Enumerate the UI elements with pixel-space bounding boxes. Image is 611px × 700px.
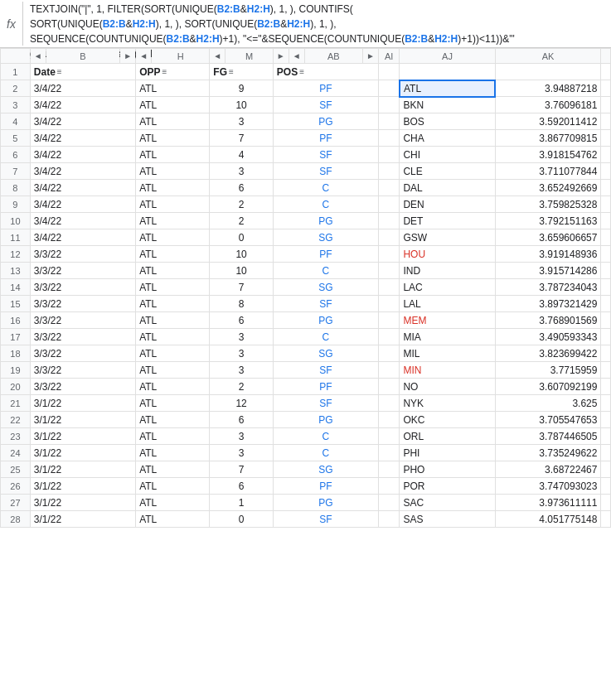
date-cell-14: 3/3/22 — [30, 279, 135, 296]
opp-cell-18: ATL — [136, 345, 210, 362]
table-row: 53/4/22ATL7PFCHA3.867709815 — [1, 130, 611, 147]
ai-cell-24 — [378, 445, 400, 461]
row-num-2: 2 — [1, 80, 31, 97]
opp-filter-icon[interactable]: ≡ — [162, 67, 167, 76]
aj-cell-11[interactable]: GSW — [400, 229, 495, 246]
aj-cell-3[interactable]: BKN — [400, 97, 495, 113]
extra-cell-19 — [601, 362, 611, 379]
col-m-right-arrow[interactable]: ► — [273, 49, 289, 64]
pos-cell-3: SF — [273, 97, 378, 113]
col-ab-left-arrow[interactable]: ◄ — [289, 49, 304, 64]
aj-cell-22[interactable]: OKC — [400, 412, 495, 428]
extra-cell-7 — [601, 163, 611, 180]
date-filter-icon[interactable]: ≡ — [57, 67, 62, 76]
aj-cell-16[interactable]: MEM — [400, 312, 495, 329]
aj-cell-2[interactable]: ATL — [400, 80, 495, 97]
extra-cell-11 — [601, 229, 611, 246]
fg-filter-icon[interactable]: ≡ — [229, 67, 234, 76]
fg-cell-28: 0 — [210, 511, 273, 528]
aj-cell-14[interactable]: LAC — [400, 279, 495, 296]
pos-cell-28: SF — [273, 511, 378, 528]
table-row: 173/3/22ATL3CMIA3.490593343 — [1, 329, 611, 345]
ai-cell-21 — [378, 395, 400, 412]
aj-cell-19[interactable]: MIN — [400, 362, 495, 379]
fg-cell-22: 6 — [210, 412, 273, 428]
pos-cell-15: SF — [273, 296, 378, 312]
spreadsheet[interactable]: ◄ B ► ◄ H ◄ M ► ◄ AB ► AI AJ — [0, 48, 611, 697]
col-ab-right-arrow[interactable]: ► — [362, 49, 378, 64]
ai-cell-9 — [378, 196, 400, 213]
row-num-8: 8 — [1, 180, 31, 196]
aj-cell-10[interactable]: DET — [400, 213, 495, 229]
table-row: 243/1/22ATL3CPHI3.735249622 — [1, 445, 611, 461]
aj-cell-23[interactable]: ORL — [400, 428, 495, 445]
col-extra-header — [601, 49, 611, 64]
table-row: 63/4/22ATL4SFCHI3.918154762 — [1, 147, 611, 163]
col-b-left-arrow[interactable]: ◄ — [30, 49, 46, 64]
ak-cell-8: 3.652492669 — [495, 180, 601, 196]
aj-cell-12[interactable]: HOU — [400, 246, 495, 263]
aj-cell-24[interactable]: PHI — [400, 445, 495, 461]
opp-cell-9: ATL — [136, 196, 210, 213]
date-cell-24: 3/1/22 — [30, 445, 135, 461]
pos-cell-19: SF — [273, 362, 378, 379]
aj-cell-9[interactable]: DEN — [400, 196, 495, 213]
opp-cell-3: ATL — [136, 97, 210, 113]
col-h-left-arrow[interactable]: ◄ — [136, 49, 152, 64]
pos-filter-icon[interactable]: ≡ — [299, 67, 304, 76]
table-row: 253/1/22ATL7SGPHO3.68722467 — [1, 461, 611, 478]
aj-cell-28[interactable]: SAS — [400, 511, 495, 528]
fg-cell-16: 6 — [210, 312, 273, 329]
date-cell-11: 3/4/22 — [30, 229, 135, 246]
aj-cell-7[interactable]: CLE — [400, 163, 495, 180]
row-num-24: 24 — [1, 445, 31, 461]
ai-cell-11 — [378, 229, 400, 246]
ai-cell-23 — [378, 428, 400, 445]
aj-cell-21[interactable]: NYK — [400, 395, 495, 412]
row-num-17: 17 — [1, 329, 31, 345]
aj-cell-20[interactable]: NO — [400, 379, 495, 395]
table-row: 123/3/22ATL10PFHOU3.919148936 — [1, 246, 611, 263]
table-row: 223/1/22ATL6PGOKC3.705547653 — [1, 412, 611, 428]
aj-cell-26[interactable]: POR — [400, 478, 495, 495]
aj-cell-25[interactable]: PHO — [400, 461, 495, 478]
filter-row: 1 Date ≡ OPP ≡ — [1, 64, 611, 80]
opp-label: OPP — [139, 66, 160, 78]
extra-cell-28 — [601, 511, 611, 528]
table-row: 153/3/22ATL8SFLAL3.897321429 — [1, 296, 611, 312]
row-num-3: 3 — [1, 97, 31, 113]
pos-cell-6: SF — [273, 147, 378, 163]
extra-cell-10 — [601, 213, 611, 229]
date-cell-23: 3/1/22 — [30, 428, 135, 445]
aj-cell-8[interactable]: DAL — [400, 180, 495, 196]
extra-cell-26 — [601, 478, 611, 495]
aj-cell-17[interactable]: MIA — [400, 329, 495, 345]
aj-cell-6[interactable]: CHI — [400, 147, 495, 163]
col-b-right-arrow[interactable]: ► — [120, 49, 136, 64]
aj-cell-15[interactable]: LAL — [400, 296, 495, 312]
date-cell-16: 3/3/22 — [30, 312, 135, 329]
col-b-header: B — [46, 49, 120, 64]
fg-cell-25: 7 — [210, 461, 273, 478]
col-m-left-arrow[interactable]: ◄ — [210, 49, 225, 64]
ak-cell-2: 3.94887218 — [495, 80, 601, 97]
aj-cell-4[interactable]: BOS — [400, 113, 495, 130]
extra-cell-15 — [601, 296, 611, 312]
aj-cell-27[interactable]: SAC — [400, 495, 495, 511]
opp-cell-14: ATL — [136, 279, 210, 296]
opp-cell-21: ATL — [136, 395, 210, 412]
aj-cell-13[interactable]: IND — [400, 263, 495, 279]
fg-cell-14: 7 — [210, 279, 273, 296]
extra-cell-18 — [601, 345, 611, 362]
aj-cell-18[interactable]: MIL — [400, 345, 495, 362]
fg-cell-8: 6 — [210, 180, 273, 196]
aj-cell-5[interactable]: CHA — [400, 130, 495, 147]
ai-cell-13 — [378, 263, 400, 279]
ak-cell-4: 3.592011412 — [495, 113, 601, 130]
ai-cell-22 — [378, 412, 400, 428]
group-header-row: ◄ B ► ◄ H ◄ M ► ◄ AB ► AI AJ — [1, 49, 611, 64]
fg-cell-2: 9 — [210, 80, 273, 97]
date-cell-27: 3/1/22 — [30, 495, 135, 511]
date-cell-21: 3/1/22 — [30, 395, 135, 412]
pos-cell-21: SF — [273, 395, 378, 412]
